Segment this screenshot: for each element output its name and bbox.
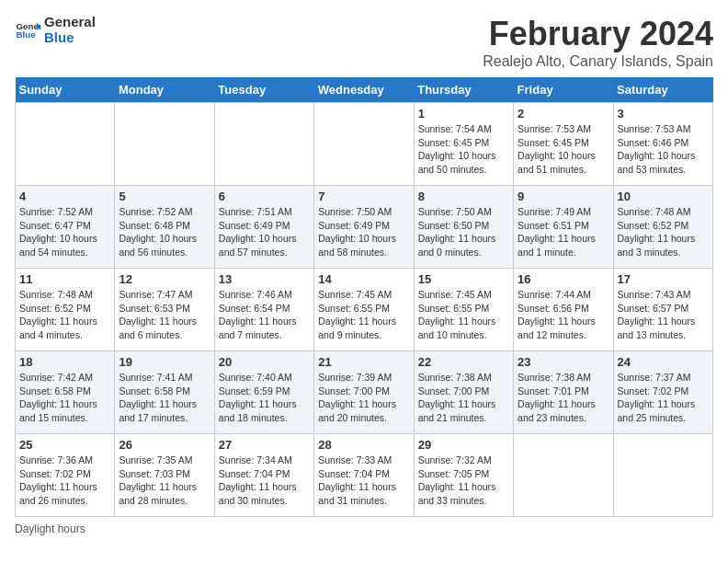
cell-date: 14 xyxy=(318,272,409,286)
calendar-cell xyxy=(214,103,313,186)
calendar-cell: 3Sunrise: 7:53 AMSunset: 6:46 PMDaylight… xyxy=(613,103,712,186)
day-header-thursday: Thursday xyxy=(414,77,513,103)
calendar-cell xyxy=(16,103,115,186)
week-row-2: 4Sunrise: 7:52 AMSunset: 6:47 PMDaylight… xyxy=(16,186,713,269)
cell-info: Sunrise: 7:42 AMSunset: 6:58 PMDaylight:… xyxy=(19,371,110,425)
cell-date: 5 xyxy=(119,190,210,203)
calendar-cell: 19Sunrise: 7:41 AMSunset: 6:58 PMDayligh… xyxy=(115,351,214,434)
cell-info: Sunrise: 7:39 AMSunset: 7:00 PMDaylight:… xyxy=(318,371,409,425)
cell-info: Sunrise: 7:52 AMSunset: 6:48 PMDaylight:… xyxy=(119,205,210,259)
calendar-cell xyxy=(613,434,712,517)
calendar-cell xyxy=(314,103,414,186)
calendar-cell: 5Sunrise: 7:52 AMSunset: 6:48 PMDaylight… xyxy=(115,186,214,269)
logo-general: General xyxy=(44,15,96,30)
day-header-wednesday: Wednesday xyxy=(314,77,414,103)
cell-date: 8 xyxy=(418,190,509,203)
footer-note: Daylight hours xyxy=(15,523,713,535)
calendar-cell: 27Sunrise: 7:34 AMSunset: 7:04 PMDayligh… xyxy=(214,434,313,517)
calendar-cell: 14Sunrise: 7:45 AMSunset: 6:55 PMDayligh… xyxy=(314,269,414,351)
cell-info: Sunrise: 7:50 AMSunset: 6:49 PMDaylight:… xyxy=(318,205,409,259)
calendar-cell: 7Sunrise: 7:50 AMSunset: 6:49 PMDaylight… xyxy=(314,186,414,269)
cell-date: 16 xyxy=(518,272,609,286)
cell-date: 26 xyxy=(119,438,210,452)
cell-date: 27 xyxy=(219,438,310,452)
calendar-cell: 13Sunrise: 7:46 AMSunset: 6:54 PMDayligh… xyxy=(214,269,313,351)
cell-date: 1 xyxy=(418,107,509,121)
cell-info: Sunrise: 7:45 AMSunset: 6:55 PMDaylight:… xyxy=(418,288,509,342)
calendar-cell: 20Sunrise: 7:40 AMSunset: 6:59 PMDayligh… xyxy=(214,351,313,434)
cell-date: 6 xyxy=(219,190,310,203)
calendar-cell: 11Sunrise: 7:48 AMSunset: 6:52 PMDayligh… xyxy=(16,269,115,351)
cell-info: Sunrise: 7:35 AMSunset: 7:03 PMDaylight:… xyxy=(119,454,210,508)
cell-date: 25 xyxy=(19,438,110,452)
cell-info: Sunrise: 7:49 AMSunset: 6:51 PMDaylight:… xyxy=(518,205,609,259)
cell-date: 17 xyxy=(618,272,709,286)
calendar-cell: 10Sunrise: 7:48 AMSunset: 6:52 PMDayligh… xyxy=(613,186,712,269)
calendar-cell: 8Sunrise: 7:50 AMSunset: 6:50 PMDaylight… xyxy=(414,186,513,269)
cell-info: Sunrise: 7:37 AMSunset: 7:02 PMDaylight:… xyxy=(618,371,709,425)
cell-info: Sunrise: 7:41 AMSunset: 6:58 PMDaylight:… xyxy=(119,371,210,425)
header: General Blue General Blue February 2024 … xyxy=(15,15,713,70)
cell-date: 24 xyxy=(618,355,709,369)
cell-date: 21 xyxy=(318,355,409,369)
calendar-cell: 25Sunrise: 7:36 AMSunset: 7:02 PMDayligh… xyxy=(16,434,115,517)
day-header-friday: Friday xyxy=(514,77,613,103)
calendar-cell: 12Sunrise: 7:47 AMSunset: 6:53 PMDayligh… xyxy=(115,269,214,351)
calendar-cell: 6Sunrise: 7:51 AMSunset: 6:49 PMDaylight… xyxy=(214,186,313,269)
cell-date: 12 xyxy=(119,272,210,286)
cell-info: Sunrise: 7:53 AMSunset: 6:45 PMDaylight:… xyxy=(518,122,609,177)
calendar-cell: 26Sunrise: 7:35 AMSunset: 7:03 PMDayligh… xyxy=(115,434,214,517)
week-row-5: 25Sunrise: 7:36 AMSunset: 7:02 PMDayligh… xyxy=(16,434,713,517)
cell-date: 20 xyxy=(219,355,310,369)
calendar-cell: 2Sunrise: 7:53 AMSunset: 6:45 PMDaylight… xyxy=(514,103,613,186)
cell-date: 18 xyxy=(19,355,110,369)
cell-info: Sunrise: 7:40 AMSunset: 6:59 PMDaylight:… xyxy=(219,371,310,425)
calendar-cell xyxy=(514,434,613,517)
day-header-sunday: Sunday xyxy=(16,77,115,103)
cell-date: 2 xyxy=(518,107,609,121)
cell-info: Sunrise: 7:38 AMSunset: 7:01 PMDaylight:… xyxy=(518,371,609,425)
cell-info: Sunrise: 7:48 AMSunset: 6:52 PMDaylight:… xyxy=(19,288,110,342)
calendar-cell: 29Sunrise: 7:32 AMSunset: 7:05 PMDayligh… xyxy=(414,434,513,517)
cell-date: 19 xyxy=(119,355,210,369)
cell-date: 4 xyxy=(19,190,110,203)
calendar-cell: 9Sunrise: 7:49 AMSunset: 6:51 PMDaylight… xyxy=(514,186,613,269)
cell-date: 9 xyxy=(518,190,609,203)
cell-date: 10 xyxy=(618,190,709,203)
cell-info: Sunrise: 7:54 AMSunset: 6:45 PMDaylight:… xyxy=(418,122,509,177)
calendar-cell: 23Sunrise: 7:38 AMSunset: 7:01 PMDayligh… xyxy=(514,351,613,434)
cell-info: Sunrise: 7:45 AMSunset: 6:55 PMDaylight:… xyxy=(318,288,409,342)
cell-info: Sunrise: 7:44 AMSunset: 6:56 PMDaylight:… xyxy=(518,288,609,342)
day-header-monday: Monday xyxy=(115,77,214,103)
calendar-cell: 1Sunrise: 7:54 AMSunset: 6:45 PMDaylight… xyxy=(414,103,513,186)
calendar-cell: 16Sunrise: 7:44 AMSunset: 6:56 PMDayligh… xyxy=(514,269,613,351)
calendar-cell xyxy=(115,103,214,186)
cell-info: Sunrise: 7:53 AMSunset: 6:46 PMDaylight:… xyxy=(618,122,709,177)
cell-info: Sunrise: 7:51 AMSunset: 6:49 PMDaylight:… xyxy=(219,205,310,259)
cell-date: 11 xyxy=(19,272,110,286)
calendar-cell: 4Sunrise: 7:52 AMSunset: 6:47 PMDaylight… xyxy=(16,186,115,269)
day-header-tuesday: Tuesday xyxy=(214,77,313,103)
logo-icon: General Blue xyxy=(15,17,40,43)
calendar-cell: 15Sunrise: 7:45 AMSunset: 6:55 PMDayligh… xyxy=(414,269,513,351)
calendar-cell: 24Sunrise: 7:37 AMSunset: 7:02 PMDayligh… xyxy=(613,351,712,434)
cell-info: Sunrise: 7:47 AMSunset: 6:53 PMDaylight:… xyxy=(119,288,210,342)
cell-info: Sunrise: 7:36 AMSunset: 7:02 PMDaylight:… xyxy=(19,454,110,508)
cell-info: Sunrise: 7:43 AMSunset: 6:57 PMDaylight:… xyxy=(618,288,709,342)
logo-blue: Blue xyxy=(44,30,96,46)
calendar-cell: 21Sunrise: 7:39 AMSunset: 7:00 PMDayligh… xyxy=(314,351,414,434)
cell-info: Sunrise: 7:50 AMSunset: 6:50 PMDaylight:… xyxy=(418,205,509,259)
cell-date: 13 xyxy=(219,272,310,286)
header-row: SundayMondayTuesdayWednesdayThursdayFrid… xyxy=(16,77,713,103)
calendar-cell: 28Sunrise: 7:33 AMSunset: 7:04 PMDayligh… xyxy=(314,434,414,517)
cell-info: Sunrise: 7:48 AMSunset: 6:52 PMDaylight:… xyxy=(618,205,709,259)
cell-info: Sunrise: 7:34 AMSunset: 7:04 PMDaylight:… xyxy=(219,454,310,508)
location-title: Realejo Alto, Canary Islands, Spain xyxy=(483,53,713,70)
week-row-4: 18Sunrise: 7:42 AMSunset: 6:58 PMDayligh… xyxy=(16,351,713,434)
cell-date: 22 xyxy=(418,355,509,369)
cell-date: 15 xyxy=(418,272,509,286)
logo: General Blue General Blue xyxy=(15,15,96,45)
cell-date: 28 xyxy=(318,438,409,452)
calendar-cell: 22Sunrise: 7:38 AMSunset: 7:00 PMDayligh… xyxy=(414,351,513,434)
cell-date: 29 xyxy=(418,438,509,452)
